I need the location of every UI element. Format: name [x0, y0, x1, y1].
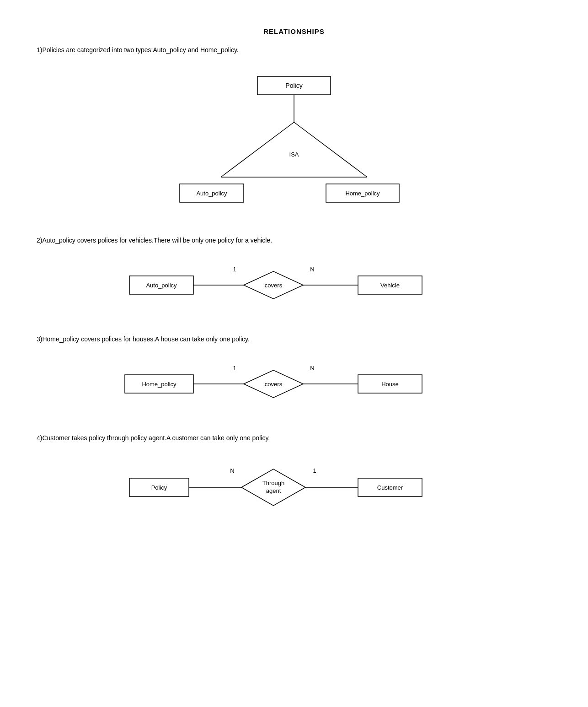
- desc-3: 3)Home_policy covers polices for houses.…: [37, 335, 551, 343]
- page-title: RELATIONSHIPS: [37, 27, 551, 35]
- policy-label: Policy: [285, 82, 302, 89]
- diagram-4: Policy Through agent Customer N 1: [37, 455, 551, 519]
- covers-2-label: covers: [265, 282, 283, 289]
- policy-4-label: Policy: [151, 484, 167, 491]
- desc-2: 2)Auto_policy covers polices for vehicle…: [37, 237, 551, 244]
- isa-label: ISA: [289, 151, 299, 158]
- customer-label: Customer: [377, 484, 403, 491]
- card-n-house: N: [310, 365, 314, 372]
- covers-house-svg: Home_policy covers House 1 N: [111, 356, 477, 411]
- desc-1: 1)Policies are categorized into two type…: [37, 46, 551, 54]
- diagram-3: Home_policy covers House 1 N: [37, 356, 551, 411]
- isa-svg: Policy ISA Auto_policy Home_policy: [157, 67, 431, 214]
- home-policy-label: Home_policy: [345, 190, 380, 197]
- auto-policy-label: Auto_policy: [196, 190, 227, 197]
- vehicle-label: Vehicle: [380, 282, 400, 289]
- card-1-left: 1: [233, 266, 236, 273]
- through-agent-svg: Policy Through agent Customer N 1: [111, 455, 477, 519]
- svg-line-3: [294, 122, 367, 177]
- through-line1: Through: [262, 480, 284, 486]
- card-1-customer: 1: [313, 467, 316, 474]
- diagram-2: Auto_policy covers Vehicle 1 N: [37, 258, 551, 313]
- card-n-policy: N: [230, 467, 234, 474]
- covers-3-label: covers: [265, 381, 283, 388]
- card-1-home: 1: [233, 365, 236, 372]
- diagram-1: Policy ISA Auto_policy Home_policy: [37, 67, 551, 214]
- desc-4: 4)Customer takes policy through policy a…: [37, 434, 551, 442]
- covers-vehicle-svg: Auto_policy covers Vehicle 1 N: [111, 258, 477, 313]
- through-line2: agent: [266, 487, 281, 494]
- auto-policy-2: Auto_policy: [146, 282, 177, 289]
- home-policy-3: Home_policy: [142, 381, 176, 388]
- svg-line-2: [221, 122, 294, 177]
- card-n-right: N: [310, 266, 314, 273]
- house-label: House: [381, 381, 399, 388]
- page: RELATIONSHIPS 1)Policies are categorized…: [0, 0, 588, 570]
